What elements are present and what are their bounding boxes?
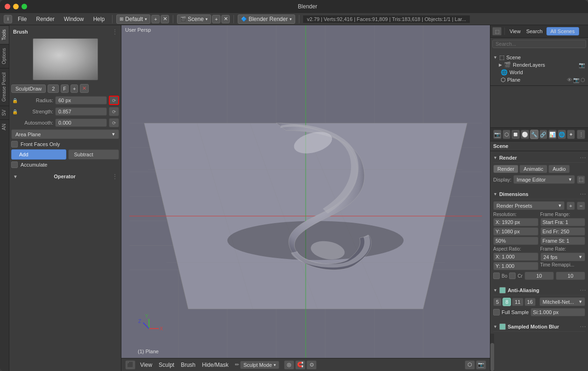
remove-scene-btn[interactable]: ✕ — [221, 15, 230, 23]
brush-f-button[interactable]: F — [61, 84, 69, 93]
strength-lock-icon[interactable]: 🔒 — [11, 108, 19, 115]
maximize-button[interactable] — [21, 4, 27, 9]
render-icon[interactable]: ⬡ — [465, 360, 475, 370]
tools-tab[interactable]: Tools — [0, 25, 9, 44]
workspace-dropdown[interactable]: ⊞ Default ▾ — [116, 14, 150, 24]
particles-icon[interactable]: ✦ — [567, 130, 575, 139]
an-tab[interactable]: AN — [0, 119, 9, 134]
subtract-button[interactable]: Subtract — [68, 149, 120, 160]
render-layers-item[interactable]: ▶ 🎬 RenderLayers 📷 — [499, 61, 585, 69]
scene-props-icon[interactable]: 📷 — [493, 130, 502, 139]
presets-remove-btn[interactable]: − — [577, 202, 585, 210]
motion-blur-checkbox[interactable] — [499, 323, 506, 330]
brush-remove-btn[interactable]: ✕ — [80, 84, 89, 93]
all-scenes-tab[interactable]: All Scenes — [546, 27, 579, 35]
bo-checkbox[interactable] — [493, 273, 500, 279]
brush-menu-btn[interactable]: Brush — [179, 361, 197, 369]
brush-add-btn[interactable]: + — [71, 84, 78, 93]
aa-checkbox[interactable] — [499, 287, 506, 294]
strength-value[interactable]: 0.857 — [55, 107, 107, 116]
full-sample-checkbox[interactable] — [493, 309, 500, 315]
constraint-props-icon[interactable]: 🔗 — [539, 130, 548, 139]
display-icon[interactable]: ⬚ — [577, 175, 585, 184]
viewport[interactable]: User Persp — [121, 25, 490, 371]
frame-st-field[interactable]: Frame St: 1 — [540, 237, 586, 245]
scene-dropdown[interactable]: 🎬 Scene ▾ — [177, 14, 211, 24]
remapping1-field[interactable]: 10 — [524, 272, 554, 280]
viewport-type-btn[interactable]: ⬛ — [125, 360, 135, 370]
scene-icon[interactable]: ⬚ — [492, 27, 502, 35]
aa-16-btn[interactable]: 16 — [524, 298, 536, 306]
autosmooth-value[interactable]: 0.000 — [55, 119, 107, 127]
autosmooth-icon[interactable]: ⟳ — [109, 118, 119, 127]
framerate-dropdown[interactable]: 24 fps ▾ — [540, 252, 586, 261]
window-menu[interactable]: Window — [60, 15, 88, 23]
camera-icon[interactable]: 📷 — [476, 360, 486, 370]
options-tab[interactable]: Options — [0, 44, 9, 68]
render-menu[interactable]: Render — [32, 15, 58, 23]
presets-add-btn[interactable]: + — [567, 202, 575, 210]
audio-tab[interactable]: Audio — [548, 165, 570, 173]
close-button[interactable] — [5, 4, 10, 9]
cr-checkbox[interactable] — [509, 273, 516, 279]
minimize-button[interactable] — [13, 4, 19, 9]
add-workspace-btn[interactable]: + — [151, 15, 160, 23]
object-props-icon[interactable]: 🔲 — [511, 130, 520, 139]
search-input[interactable] — [492, 40, 586, 48]
right-panel-scrollbar[interactable] — [490, 334, 494, 371]
start-fra-field[interactable]: Start Fra: 1 — [540, 218, 586, 226]
aa-11-btn[interactable]: 11 — [512, 298, 523, 306]
add-button[interactable]: Add — [11, 149, 66, 160]
remove-workspace-btn[interactable]: ✕ — [161, 15, 169, 23]
info-button[interactable]: i — [4, 15, 12, 23]
more-props-icon[interactable]: ⋮ — [577, 130, 585, 139]
pivot-btn[interactable]: ◎ — [284, 360, 294, 370]
proportional-btn[interactable]: ⊙ — [306, 360, 317, 370]
scene-root-item[interactable]: ▼ ⬚ Scene — [493, 54, 585, 61]
accumulate-checkbox[interactable] — [11, 161, 18, 168]
panel-collapse-icon[interactable]: ⋮ — [112, 28, 117, 35]
mode-dropdown[interactable]: Sculpt Mode ▾ — [240, 361, 279, 369]
view-menu-btn[interactable]: View — [138, 361, 154, 369]
render-visible-icon[interactable]: ⬡ — [581, 77, 585, 83]
aa-5-btn[interactable]: 5 — [493, 298, 502, 306]
radius-value[interactable]: 60 px — [55, 96, 107, 105]
engine-dropdown[interactable]: 🔷 Blender Render ▾ — [238, 14, 295, 24]
grease-pencil-tab[interactable]: Grease Pencil — [0, 68, 9, 105]
render-presets-dropdown[interactable]: Render Presets ▾ — [493, 201, 565, 210]
display-dropdown[interactable]: Image Editor ▾ — [513, 175, 575, 184]
world-props-icon[interactable]: 🌐 — [558, 130, 566, 139]
modifier-props-icon[interactable]: 🔧 — [530, 130, 538, 139]
camera2-icon[interactable]: 📷 — [573, 77, 580, 83]
radius-icon[interactable]: ⟳ — [109, 96, 119, 105]
sculpt-menu-btn[interactable]: Sculpt — [157, 361, 176, 369]
si-value-field[interactable]: Si:1.000 px — [531, 308, 585, 316]
plane-item[interactable]: ⬡ Plane 👁 📷 ⬡ — [499, 76, 585, 84]
res-x-field[interactable]: X: 1920 px — [493, 218, 538, 226]
remapping2-field[interactable]: 10 — [556, 272, 585, 280]
material-props-icon[interactable]: ⚪ — [521, 130, 529, 139]
world-item[interactable]: 🌐 World — [499, 69, 585, 76]
help-menu[interactable]: Help — [89, 15, 108, 23]
eye-icon[interactable]: 👁 — [567, 77, 572, 83]
hide-mask-menu-btn[interactable]: Hide/Mask — [200, 361, 231, 369]
render-tab[interactable]: Render — [493, 165, 518, 173]
add-scene-btn[interactable]: + — [212, 15, 220, 23]
camera-icon[interactable]: 📷 — [579, 62, 585, 68]
brush-name-button[interactable]: SculptDraw — [11, 84, 46, 93]
animatic-tab[interactable]: Animatic — [519, 165, 547, 173]
search-tab[interactable]: Search — [524, 28, 545, 35]
end-fr-field[interactable]: End Fr: 250 — [540, 227, 586, 236]
res-pct-field[interactable]: 50% — [493, 237, 538, 245]
front-faces-checkbox[interactable] — [11, 141, 18, 147]
strength-icon[interactable]: ⟳ — [109, 107, 119, 116]
asp-y-field[interactable]: Y: 1.000 — [493, 262, 538, 270]
scroll-thumb[interactable] — [490, 343, 494, 371]
render-props-icon[interactable]: ⬡ — [503, 130, 511, 139]
radius-lock-icon[interactable]: 🔒 — [11, 97, 19, 104]
asp-x-field[interactable]: X: 1.000 — [493, 252, 538, 261]
file-menu[interactable]: File — [14, 15, 30, 23]
snap-btn[interactable]: 🧲 — [295, 360, 305, 370]
aa-8-btn[interactable]: 8 — [503, 298, 511, 306]
sv-tab[interactable]: SV — [0, 105, 9, 119]
